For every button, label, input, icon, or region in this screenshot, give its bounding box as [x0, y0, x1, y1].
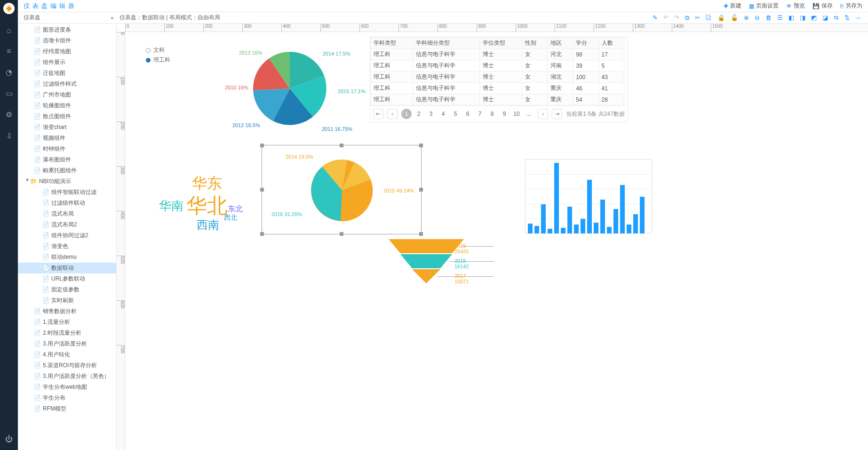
table-header[interactable]: 地区 [547, 38, 573, 49]
tree-item[interactable]: 📄广州市地图 [18, 89, 116, 100]
wordcloud-word[interactable]: 华东 [192, 173, 222, 194]
tree-item[interactable]: 📄图形进度条 [18, 24, 116, 35]
tree-item[interactable]: 📄3.用户活跃度分析（黑色） [18, 371, 116, 382]
resize-handle[interactable] [260, 188, 264, 192]
tree-item[interactable]: 📄RFM模型 [18, 403, 116, 414]
resize-handle[interactable] [340, 144, 343, 147]
tree-item[interactable]: 📄过滤组件样式 [18, 79, 116, 89]
wordcloud-word[interactable]: 华北 [186, 192, 228, 220]
funnel-segment[interactable] [412, 269, 440, 283]
pie-chart-2-selected[interactable]: 2014 19.5%2015 49.24%2016 31.26% [262, 145, 422, 234]
toolbar-icon-11[interactable]: ☰ [777, 14, 783, 22]
tree-item[interactable]: 📄4.用户转化 [18, 349, 116, 360]
toolbar-icon-12[interactable]: ◧ [788, 14, 794, 22]
pager-first-icon[interactable]: ⇤ [373, 109, 383, 119]
resize-handle[interactable] [340, 232, 343, 236]
tree-item[interactable]: 📄轮播图组件 [18, 100, 116, 111]
toolbar-icon-13[interactable]: ◨ [800, 14, 805, 22]
page-number[interactable]: 1 [401, 109, 412, 119]
page-number[interactable]: 10 [511, 109, 522, 119]
funnel-segment[interactable] [389, 239, 464, 253]
tree-item[interactable]: 📄时钟组件 [18, 144, 116, 154]
tree-folder[interactable]: 📁NBI功能演示 [18, 176, 116, 187]
top-action-页面设置[interactable]: ▦页面设置 [749, 2, 779, 10]
data-table[interactable]: 学科类型学科细分类型学位类型性别地区学分人数 理工科信息与电子科学博士女河北98… [370, 37, 628, 122]
tree-item[interactable]: 📄渐变色 [18, 241, 116, 252]
wordcloud-word[interactable]: 西北 [224, 214, 237, 222]
tree-item[interactable]: 📄过滤组件联动 [18, 198, 116, 209]
tree-item[interactable]: 📄数据联动 [18, 263, 116, 273]
dashboard-tree[interactable]: 📄图形进度条📄选项卡组件📄经纬度地图📄组件展示📄迁徙地图📄过滤组件样式📄广州市地… [18, 24, 117, 450]
toolbar-icon-14[interactable]: ◩ [811, 14, 817, 22]
tree-item[interactable]: 📄URL参数联动 [18, 273, 116, 284]
tree-item[interactable]: 📄瀑布图组件 [18, 154, 116, 165]
top-action-预览[interactable]: 👁预览 [786, 2, 805, 10]
toolbar-icon-7[interactable]: 🔓 [731, 14, 738, 22]
tree-item[interactable]: 📄5.渠道ROI与留存分析 [18, 360, 116, 371]
toolbar-icon-15[interactable]: ◪ [822, 14, 828, 22]
resize-handle[interactable] [419, 232, 423, 236]
page-number[interactable]: 9 [499, 109, 510, 119]
bar-chart[interactable] [525, 159, 652, 239]
design-canvas[interactable]: 文科理工科 2014 17.5%2015 17.1%2011 16.75%201… [125, 32, 868, 450]
top-action-另存为[interactable]: ⎘另存为 [840, 2, 862, 10]
resize-handle[interactable] [260, 144, 264, 147]
tree-item[interactable]: 📄学生分布web地图 [18, 382, 116, 393]
table-row[interactable]: 理工科信息与电子科学博士女河北9817 [371, 49, 624, 60]
top-action-新建[interactable]: ✚新建 [724, 2, 741, 10]
page-number[interactable]: 5 [450, 109, 461, 119]
tree-item[interactable]: 📄渐变chart [18, 122, 116, 133]
table-header[interactable]: 学科类型 [371, 38, 413, 49]
canvas-area[interactable]: 0100200300400500600700800900100011001200… [117, 24, 868, 450]
wordcloud-word[interactable]: 西南 [197, 217, 219, 233]
table-row[interactable]: 理工科信息与电子科学博士女重庆4641 [371, 83, 624, 94]
tree-item[interactable]: 📄迁徙地图 [18, 68, 116, 79]
table-header[interactable]: 人数 [598, 38, 624, 49]
table-header[interactable]: 学科细分类型 [413, 38, 479, 49]
toolbar-icon-2[interactable]: ↷ [674, 14, 679, 22]
resize-handle[interactable] [419, 144, 423, 147]
tree-item[interactable]: 📄联动demo [18, 252, 116, 263]
resize-handle[interactable] [419, 188, 423, 192]
wordcloud-word[interactable]: 华南 [159, 198, 183, 214]
data-icon[interactable]: ≡ [7, 47, 11, 56]
legend-item[interactable]: 理工科 [146, 55, 170, 65]
toolbar-icon-16[interactable]: ⇆ [834, 14, 839, 22]
pie-chart-1[interactable]: 文科理工科 2014 17.5%2015 17.1%2011 16.75%201… [135, 37, 360, 140]
page-number[interactable]: 7 [475, 109, 485, 119]
pager-last-icon[interactable]: ⇥ [552, 109, 562, 119]
tree-item[interactable]: 📄流式布局 [18, 209, 116, 219]
page-number[interactable]: ... [524, 109, 534, 119]
home-icon[interactable]: ⌂ [7, 26, 11, 35]
export-icon[interactable]: ⇩ [6, 131, 12, 140]
collapse-tree-icon[interactable]: « [111, 15, 114, 21]
page-number[interactable]: 6 [462, 109, 473, 119]
tree-item[interactable]: 📄组件协同过滤2 [18, 230, 116, 241]
toolbar-icon-4[interactable]: ✂ [695, 14, 700, 22]
wordcloud-word[interactable]: 东北 [228, 204, 243, 214]
tree-item[interactable]: 📄组件展示 [18, 57, 116, 68]
tree-item[interactable]: 📄学生分布 [18, 393, 116, 403]
funnel-segment[interactable] [400, 254, 452, 268]
page-number[interactable]: 4 [438, 109, 448, 119]
top-action-保存[interactable]: 💾保存 [812, 2, 833, 10]
tree-item[interactable]: 📄实时刷新 [18, 295, 116, 306]
toolbar-icon-5[interactable]: ⿻ [706, 14, 712, 22]
table-row[interactable]: 理工科信息与电子科学博士女河南395 [371, 60, 624, 72]
table-header[interactable]: 学位类型 [480, 38, 522, 49]
page-number[interactable]: 2 [414, 109, 424, 119]
tree-item[interactable]: 📄3.用户活跃度分析 [18, 338, 116, 349]
toolbar-icon-0[interactable]: ✎ [653, 14, 658, 22]
settings-icon[interactable]: ⚙ [6, 110, 12, 119]
page-number[interactable]: 8 [487, 109, 497, 119]
tree-item[interactable]: 📄帕累托图组件 [18, 165, 116, 176]
tree-item[interactable]: 📄选项卡组件 [18, 35, 116, 46]
resize-handle[interactable] [260, 232, 264, 236]
display-icon[interactable]: ▭ [6, 89, 13, 98]
tree-item[interactable]: 📄销售数据分析 [18, 306, 116, 317]
pie1-legend[interactable]: 文科理工科 [146, 45, 170, 65]
table-pager[interactable]: ⇤ ‹ 12345678910... › ⇥ 当前第1-5条 共247数据 [370, 105, 628, 122]
pager-prev-icon[interactable]: ‹ [387, 109, 398, 119]
dashboard-icon[interactable]: ◔ [6, 68, 12, 77]
tree-item[interactable]: 📄组件智能联动过滤 [18, 187, 116, 198]
